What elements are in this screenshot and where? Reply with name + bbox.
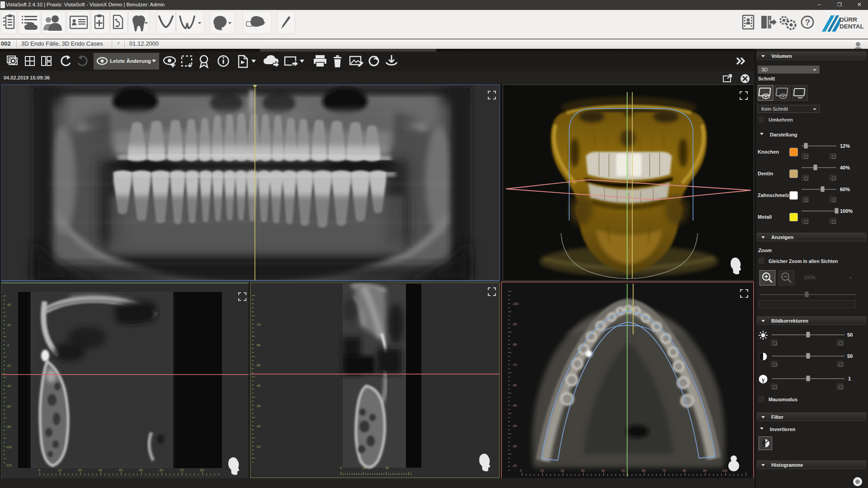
svg-text:60: 60 xyxy=(642,469,646,472)
svg-text:γ: γ xyxy=(761,376,764,383)
svg-text:20: 20 xyxy=(78,469,82,472)
svg-text:70: 70 xyxy=(180,469,184,472)
svg-text:-80: -80 xyxy=(512,343,517,346)
svg-text:40: 40 xyxy=(119,469,123,472)
svg-text:90: 90 xyxy=(703,469,707,472)
svg-text:0: 0 xyxy=(7,344,9,347)
svg-text:-20: -20 xyxy=(6,364,11,367)
svg-text:0: 0 xyxy=(38,469,40,472)
svg-text:30: 30 xyxy=(581,469,585,472)
svg-text:50: 50 xyxy=(139,469,143,472)
svg-text:-100: -100 xyxy=(512,302,519,305)
svg-text:-10: -10 xyxy=(256,445,260,448)
svg-text:-50: -50 xyxy=(256,364,260,367)
svg-text:80: 80 xyxy=(200,469,204,472)
svg-text:-70: -70 xyxy=(512,363,517,366)
svg-text:DÜRR: DÜRR xyxy=(840,16,857,23)
svg-text:50: 50 xyxy=(622,469,625,472)
svg-text:-60: -60 xyxy=(512,384,517,387)
svg-text:10: 10 xyxy=(58,469,61,472)
svg-text:-40: -40 xyxy=(512,424,517,427)
svg-text:-90: -90 xyxy=(512,323,517,326)
svg-text:-30: -30 xyxy=(512,445,517,448)
svg-text:?: ? xyxy=(805,18,810,27)
svg-text:-60: -60 xyxy=(256,343,260,347)
svg-text:-20: -20 xyxy=(512,464,517,467)
svg-text:-50: -50 xyxy=(512,404,517,407)
svg-text:40: 40 xyxy=(7,303,11,306)
svg-text:0: 0 xyxy=(340,466,342,469)
svg-text:20: 20 xyxy=(385,466,389,469)
svg-text:-70: -70 xyxy=(256,323,260,326)
svg-text:-40: -40 xyxy=(6,385,11,388)
svg-text:20: 20 xyxy=(7,324,11,327)
svg-text:-30: -30 xyxy=(256,404,260,408)
svg-text:-100: -100 xyxy=(5,446,12,449)
svg-text:-20: -20 xyxy=(256,425,260,428)
svg-text:10: 10 xyxy=(363,466,366,469)
svg-text:-40: -40 xyxy=(256,384,260,387)
svg-text:70: 70 xyxy=(662,469,666,472)
svg-text:-120: -120 xyxy=(5,464,12,467)
svg-text:-80: -80 xyxy=(6,425,11,428)
svg-text:100: 100 xyxy=(722,469,727,472)
svg-text:10: 10 xyxy=(540,469,544,472)
svg-text:0: 0 xyxy=(520,469,522,472)
svg-text:DENTAL: DENTAL xyxy=(840,23,864,30)
svg-text:80: 80 xyxy=(683,469,686,472)
svg-text:30: 30 xyxy=(99,469,102,472)
svg-text:-60: -60 xyxy=(6,405,11,408)
svg-text:40: 40 xyxy=(601,469,605,472)
svg-text:20: 20 xyxy=(561,469,564,472)
svg-text:Letzte Änderung: Letzte Änderung xyxy=(110,58,151,64)
svg-text:60: 60 xyxy=(160,469,163,472)
